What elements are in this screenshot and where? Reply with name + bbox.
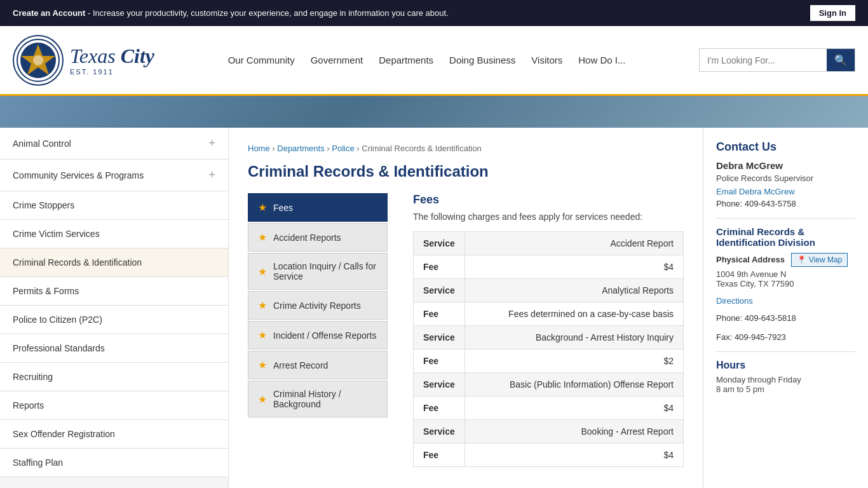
sidebar-item-criminal-records[interactable]: Criminal Records & Identification [0,248,228,277]
sidebar-item-animal-control[interactable]: Animal Control + [0,128,228,159]
fees-table: Service Accident Report Fee $4 Service A… [413,231,684,467]
row-value: $2 [465,349,683,373]
row-value: $4 [465,396,683,420]
row-value: $4 [465,255,683,279]
row-type: Service [414,232,465,255]
banner-description: - Increase your productivity, customize … [88,8,449,18]
address-line2: Texas City, TX 77590 [716,279,855,288]
nav-government[interactable]: Government [311,55,363,65]
contact-us-title: Contact Us [716,140,855,154]
table-row: Fee $4 [414,396,684,420]
division-title: Criminal Records & Identification Divisi… [716,226,855,248]
nav-doing-business[interactable]: Doing Business [449,55,515,65]
row-type: Fee [414,396,465,420]
view-map-button[interactable]: 📍 View Map [791,253,848,267]
breadcrumb-current: Criminal Records & Identification [362,144,482,153]
sign-in-button[interactable]: Sign In [810,5,855,21]
sub-nav: ★ Fees ★ Accident Reports ★ Location Inq… [248,193,388,467]
table-row: Service Background - Arrest History Inqu… [414,326,684,349]
table-row: Fee $4 [414,255,684,279]
hours-days: Monday through Friday [716,375,855,384]
banner-text: Create an Account - Increase your produc… [13,8,449,18]
sidebar-item-crime-victim-services[interactable]: Crime Victim Services [0,220,228,248]
row-value: Accident Report [465,232,683,255]
table-row: Service Analytical Reports [414,279,684,302]
sub-nav-criminal-history-label: Criminal History / Background [273,389,377,409]
row-value: Booking - Arrest Report [465,420,683,444]
star-icon: ★ [258,201,267,214]
sub-nav-arrest-label: Arrest Record [273,360,328,370]
contact-phone2: Phone: 409-643-5818 [716,313,855,323]
breadcrumb-home[interactable]: Home [248,144,270,153]
sub-nav-incident-reports[interactable]: ★ Incident / Offense Reports [248,321,388,349]
table-row: Service Booking - Arrest Report [414,420,684,444]
right-sidebar: Contact Us Debra McGrew Police Records S… [703,128,868,488]
row-type: Fee [414,349,465,373]
sidebar-item-p2c[interactable]: Police to Citizen (P2C) [0,306,228,334]
row-type: Service [414,326,465,349]
sub-nav-crime-activity[interactable]: ★ Crime Activity Reports [248,291,388,320]
sidebar-item-reports[interactable]: Reports [0,391,228,420]
sidebar-item-staffing-plan[interactable]: Staffing Plan [0,449,228,477]
search-button[interactable]: 🔍 [827,49,855,71]
contact-email-link[interactable]: Email Debra McGrew [716,187,855,196]
contact-name: Debra McGrew [716,160,855,171]
sub-nav-fees[interactable]: ★ Fees [248,193,388,222]
star-icon: ★ [258,299,267,311]
fees-section: Fees The following charges and fees appl… [413,193,684,467]
table-row: Service Basic (Public Information) Offen… [414,373,684,396]
sub-nav-accident-reports[interactable]: ★ Accident Reports [248,223,388,252]
table-row: Service Accident Report [414,232,684,255]
sidebar-item-sex-offender[interactable]: Sex Offender Registration [0,420,228,449]
hours-time: 8 am to 5 pm [716,384,855,394]
nav-departments[interactable]: Departments [379,55,433,65]
row-value: Fees determined on a case-by-case basis [465,302,683,326]
row-type: Service [414,279,465,302]
sidebar-item-crime-stoppers[interactable]: Crime Stoppers [0,191,228,220]
contact-fax: Fax: 409-945-7923 [716,332,855,342]
breadcrumb-departments[interactable]: Departments [277,144,324,153]
nav-visitors[interactable]: Visitors [531,55,562,65]
sidebar-item-recruiting[interactable]: Recruiting [0,363,228,391]
sub-nav-criminal-history[interactable]: ★ Criminal History / Background [248,381,388,417]
expand-icon: + [208,137,215,150]
directions-link[interactable]: Directions [716,296,855,306]
fees-description: The following charges and fees apply for… [413,212,684,222]
nav-our-community[interactable]: Our Community [228,55,295,65]
star-icon: ★ [258,329,267,341]
sidebar-item-community-services[interactable]: Community Services & Programs + [0,159,228,191]
sub-nav-location-inquiry[interactable]: ★ Location Inquiry / Calls for Service [248,253,388,290]
star-icon: ★ [258,266,267,278]
sub-nav-crime-activity-label: Crime Activity Reports [273,301,361,311]
table-row: Fee $2 [414,349,684,373]
sidebar-item-permits[interactable]: Permits & Forms [0,277,228,306]
sub-nav-arrest-record[interactable]: ★ Arrest Record [248,351,388,379]
city-name: Texas City [70,44,154,68]
row-type: Fee [414,302,465,326]
logo-text: Texas City EST. 1911 [70,44,154,76]
divider [716,218,855,219]
view-map-label: View Map [809,255,842,264]
address-label: Physical Address [716,255,785,264]
row-value: Analytical Reports [465,279,683,302]
create-account-link[interactable]: Create an Account [13,8,85,18]
row-value: $4 [465,444,683,467]
top-banner: Create an Account - Increase your produc… [0,0,868,26]
main-nav: Our Community Government Departments Doi… [228,55,626,65]
header: Texas City EST. 1911 Our Community Gover… [0,26,868,96]
main-layout: Animal Control + Community Services & Pr… [0,128,868,488]
search-input[interactable] [700,50,827,71]
breadcrumb: Home › Departments › Police › Criminal R… [248,144,684,153]
main-content: Home › Departments › Police › Criminal R… [229,128,703,488]
search-area: 🔍 [699,48,855,72]
table-row: Fee Fees determined on a case-by-case ba… [414,302,684,326]
row-type: Fee [414,255,465,279]
hours-title: Hours [716,360,855,371]
sidebar-item-professional-standards[interactable]: Professional Standards [0,334,228,363]
svg-point-3 [33,55,43,65]
address-line1: 1004 9th Avenue N [716,269,855,279]
table-row: Fee $4 [414,444,684,467]
contact-phone: Phone: 409-643-5758 [716,199,855,208]
breadcrumb-police[interactable]: Police [332,144,354,153]
nav-how-do-i[interactable]: How Do I... [578,55,625,65]
